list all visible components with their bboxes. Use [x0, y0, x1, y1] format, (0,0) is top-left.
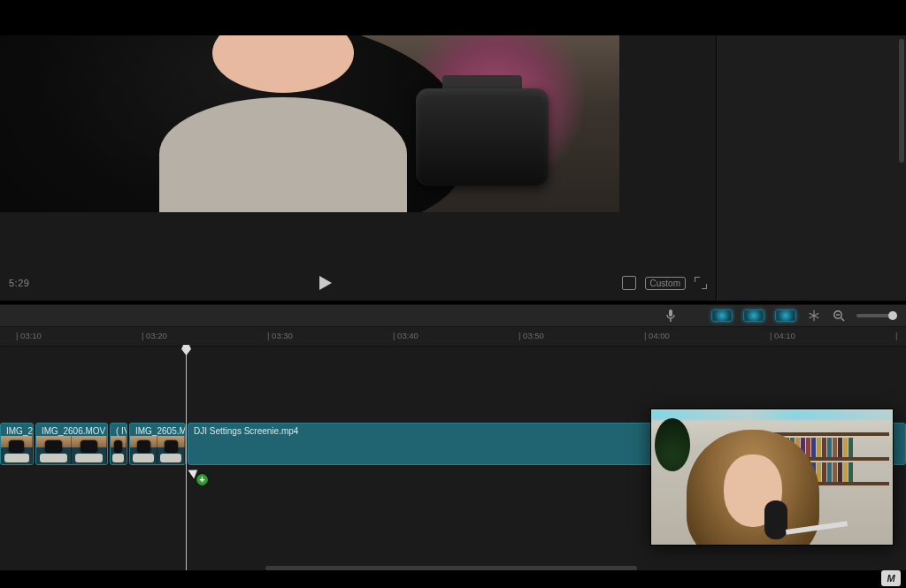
inspector-scrollbar[interactable]: [899, 39, 904, 163]
preview-panel: 5:29 Custom: [0, 35, 717, 301]
svg-line-6: [841, 318, 845, 322]
clip-thumbnail: [130, 436, 157, 464]
zoom-slider[interactable]: [856, 314, 894, 317]
timeline-ruler[interactable]: | 03:10| 03:20| 03:30| 03:40| 03:50| 04:…: [0, 327, 906, 347]
snap-mode-a[interactable]: [711, 309, 733, 322]
playhead-line: [186, 347, 187, 570]
ruler-mark: | 03:50: [518, 331, 544, 340]
viewer-row: 5:29 Custom: [0, 35, 906, 301]
pip-microphone: [764, 500, 787, 539]
clip-thumb-strip: [1, 436, 33, 464]
timeline-toolbar: [0, 304, 906, 327]
timeline-clip[interactable]: ( IV: [110, 423, 127, 465]
timeline-clip[interactable]: IMG_2606.MOV: [35, 423, 108, 465]
pip-book: [822, 438, 826, 457]
zoom-out-icon[interactable]: [832, 309, 846, 323]
playhead-head-icon[interactable]: [181, 345, 191, 355]
clip-thumbnail: [157, 436, 185, 464]
crop-icon[interactable]: [622, 276, 636, 290]
pip-book: [827, 462, 832, 482]
preview-subject-shirt: [159, 97, 407, 212]
zoom-slider-thumb[interactable]: [888, 311, 897, 320]
clip-thumbnail: [36, 436, 72, 464]
preview-control-bar: 5:29 Custom: [0, 265, 716, 301]
pip-book: [848, 462, 853, 482]
preview-video-frame[interactable]: [0, 35, 619, 212]
bottom-bar: M: [0, 570, 906, 588]
inspector-panel: [717, 35, 906, 301]
webcam-pip: [650, 409, 894, 546]
clip-thumb-strip: [130, 436, 185, 464]
ruler-mark: | 04:10: [770, 331, 795, 340]
timeline-clip[interactable]: IMG_2605.MOV: [129, 423, 186, 465]
pip-book: [838, 438, 842, 457]
clip-thumbnail: [1, 436, 33, 464]
playhead[interactable]: [186, 347, 187, 570]
pip-book: [848, 438, 853, 457]
timeline-clip[interactable]: IMG_2: [0, 423, 34, 465]
snap-mode-b[interactable]: [743, 309, 764, 322]
clip-label: DJI Settings Screenie.mp4: [194, 426, 298, 436]
pip-book: [838, 462, 842, 482]
pip-book: [833, 462, 837, 482]
pip-book: [822, 462, 826, 482]
pip-presenter: [687, 421, 819, 546]
clip-label: IMG_2605.MOV: [135, 426, 186, 436]
ruler-mark: | 04:00: [644, 331, 670, 340]
clip-label: ( IV: [116, 426, 127, 436]
ruler-mark: | 03:20: [142, 331, 167, 340]
pip-book: [827, 438, 832, 457]
zoom-mode-pill[interactable]: Custom: [645, 277, 686, 290]
svg-rect-1: [669, 309, 672, 317]
watermark-logo: M: [881, 570, 901, 586]
svg-marker-0: [319, 276, 332, 290]
clip-label: IMG_2: [6, 426, 33, 436]
clip-thumb-strip: [111, 436, 127, 464]
pip-plant: [655, 418, 690, 471]
timecode-readout: 5:29: [9, 278, 29, 288]
add-plus-icon: +: [196, 474, 208, 485]
clip-thumbnail: [72, 436, 107, 464]
pip-book: [843, 438, 848, 457]
pip-book: [843, 462, 848, 482]
ruler-mark: | 03:40: [393, 331, 418, 340]
ruler-mark: | 03:10: [16, 331, 42, 340]
video-editor-root: 5:29 Custom: [0, 0, 906, 588]
play-button[interactable]: [319, 276, 332, 290]
snap-mode-c[interactable]: [775, 309, 796, 322]
ruler-mark: |: [895, 331, 897, 340]
pip-book: [833, 438, 837, 457]
blade-tool-icon[interactable]: [807, 309, 821, 323]
ruler-mark: | 03:30: [267, 331, 293, 340]
voiceover-mic-icon[interactable]: [664, 309, 678, 323]
fullscreen-icon[interactable]: [695, 277, 707, 289]
preview-camera-body: [416, 88, 549, 186]
insert-cursor: +: [190, 467, 206, 483]
pip-led-strip: [651, 409, 893, 420]
clip-label: IMG_2606.MOV: [42, 426, 105, 436]
clip-thumb-strip: [36, 436, 107, 464]
clip-thumbnail: [111, 436, 127, 464]
